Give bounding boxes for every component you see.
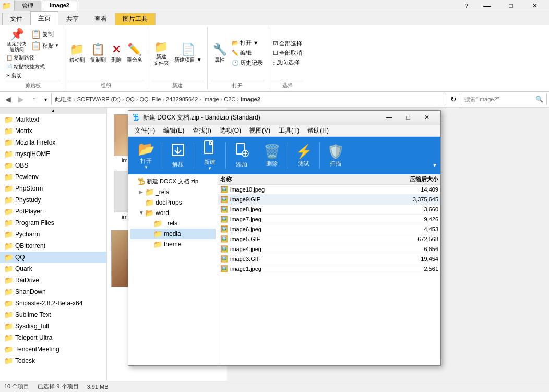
paste-shortcut-button[interactable]: 📄 粘贴快捷方式 <box>5 63 61 71</box>
tab-file[interactable]: 文件 <box>2 13 30 25</box>
bz-file-row-3[interactable]: 🖼️image7.jpeg 9,426 <box>218 215 440 224</box>
move-to-button[interactable]: 📁 移动到 <box>67 42 87 65</box>
bz-tree-root[interactable]: 🗜 新建 DOCX 文档.zip <box>130 176 216 187</box>
search-box[interactable]: 🔍 <box>461 93 547 105</box>
sidebar-item-potplayer[interactable]: 📁 PotPlayer <box>0 206 106 217</box>
bz-tree-rels[interactable]: ▶ 📁 _rels <box>130 187 216 197</box>
sidebar-item-program-files[interactable]: 📁 Program Files <box>0 217 106 229</box>
sidebar-item-qbittorrent[interactable]: 📁 QBittorrent <box>0 240 106 252</box>
select-none-button[interactable]: ☐ 全部取消 <box>271 49 304 57</box>
bz-scan-button[interactable]: 🛡️ 扫描 <box>321 141 350 170</box>
sidebar-item-mozilla-firefox[interactable]: 📁 Mozilla Firefox <box>0 137 106 148</box>
bz-test-button[interactable]: ⚡ 测试 <box>289 141 318 170</box>
tab-home[interactable]: 主页 <box>30 11 58 25</box>
sidebar-item-obs[interactable]: 📁 OBS <box>0 160 106 171</box>
sidebar-item-quark[interactable]: 📁 Quark <box>0 263 106 275</box>
copy-button[interactable]: 📋 复制 <box>29 29 61 40</box>
bz-file-row-7[interactable]: 🖼️image3.GIF 19,454 <box>218 254 440 264</box>
sidebar-item-teleport[interactable]: 📁 Teleport Ultra <box>0 332 106 343</box>
sidebar-item-motrix[interactable]: 📁 Motrix <box>0 125 106 137</box>
sidebar-item-sysdiag[interactable]: 📁 Sysdiag_full <box>0 320 106 332</box>
history-button[interactable]: 🕐 历史记录 <box>230 58 265 67</box>
bz-file-row-5[interactable]: 🖼️image5.GIF 672,568 <box>218 234 440 244</box>
bz-tree-docprops[interactable]: 📁 docProps <box>130 197 216 208</box>
tab-share[interactable]: 共享 <box>58 13 87 25</box>
back-button[interactable]: ◀ <box>2 93 14 105</box>
bz-menu-file[interactable]: 文件(F) <box>130 125 159 136</box>
title-tab-image2[interactable]: Image2 <box>42 1 77 11</box>
sidebar-item-phpstorm[interactable]: 📁 PhpStorm <box>0 183 106 194</box>
invert-select-button[interactable]: ↕ 反向选择 <box>271 58 304 67</box>
tab-image-tools[interactable]: 图片工具 <box>115 13 156 25</box>
sidebar-item-pcwlenv[interactable]: 📁 Pcwlenv <box>0 171 106 183</box>
bandizip-close-button[interactable]: ✕ <box>417 112 436 123</box>
bz-new-button[interactable]: 新建 ▼ <box>195 138 224 173</box>
sidebar-item-shandown[interactable]: 📁 ShanDown <box>0 286 106 298</box>
bz-menu-edit[interactable]: 编辑(E) <box>159 125 188 136</box>
edit-button[interactable]: ✏️ 编辑 <box>230 49 265 57</box>
bz-toolbar-sep-0 <box>162 142 162 169</box>
sidebar-item-sublime-text[interactable]: 📁 Sublime Text <box>0 309 106 320</box>
properties-button[interactable]: 🔧 属性 <box>211 42 229 65</box>
bz-tree-theme[interactable]: 📁 theme <box>130 239 216 250</box>
copy-to-button[interactable]: 📋 复制到 <box>88 42 108 65</box>
recent-locations-button[interactable]: ▾ <box>41 93 50 105</box>
bz-toolbar-sep-3 <box>288 142 288 169</box>
delete-button[interactable]: ✕ 删除 <box>109 42 124 65</box>
close-button[interactable]: ✕ <box>523 0 547 11</box>
bz-file-row-6[interactable]: 🖼️image4.jpeg 6,656 <box>218 244 440 254</box>
forward-button[interactable]: ▶ <box>15 93 27 105</box>
select-all-button[interactable]: ☑ 全部选择 <box>271 39 304 48</box>
bz-file-row-8[interactable]: 🖼️image1.jpeg 2,561 <box>218 264 440 274</box>
sidebar-item-mysqlhome[interactable]: 📁 mysqlHOME <box>0 148 106 160</box>
help-icon[interactable]: ? <box>458 0 475 11</box>
bz-tree-word[interactable]: ▼ 📂 word <box>130 208 216 218</box>
bz-file-row-2[interactable]: 🖼️image8.jpeg 3,660 <box>218 205 440 215</box>
bz-menu-find[interactable]: 查找(I) <box>188 125 215 136</box>
bz-expand-toggle[interactable]: ▼ <box>432 162 437 168</box>
minimize-button[interactable]: — <box>475 0 499 11</box>
bz-file-row-0[interactable]: 🖼️image10.jpeg 14,409 <box>218 185 440 195</box>
sidebar-item-snipaste[interactable]: 📁 Snipaste-2.8.2-Beta-x64 <box>0 298 106 309</box>
bandizip-minimize-button[interactable]: — <box>380 112 399 123</box>
bz-menu-help[interactable]: 帮助(H) <box>303 125 333 136</box>
sidebar-item-tencentmeeting[interactable]: 📁 TencentMeeting <box>0 343 106 355</box>
bz-delete-button[interactable]: 🗑️ 删除 <box>257 141 287 170</box>
new-folder-button[interactable]: 📁 新建文件夹 <box>151 39 171 67</box>
app-icon: 📁 <box>2 2 11 10</box>
sidebar-item-qq[interactable]: 📁 QQ <box>0 252 106 263</box>
bz-add-button[interactable]: 添加 <box>227 140 256 171</box>
bz-tree-word-rels[interactable]: 📁 _rels <box>130 218 216 229</box>
new-item-button[interactable]: 📄 新建项目 ▼ <box>172 42 204 65</box>
rename-button[interactable]: ✏️ 重命名 <box>125 42 145 65</box>
sidebar-item-todesk[interactable]: 📁 Todesk <box>0 355 106 366</box>
bz-extract-button[interactable]: 解压 <box>163 140 193 171</box>
sidebar-item-raidrive[interactable]: 📁 RaiDrive <box>0 275 106 286</box>
open-button[interactable]: 📂 打开 ▼ <box>230 39 265 47</box>
bz-menu-options[interactable]: 选项(O) <box>216 125 245 136</box>
tab-view[interactable]: 查看 <box>87 13 115 25</box>
cut-button[interactable]: ✂ 剪切 <box>5 72 61 80</box>
bz-menu-view[interactable]: 视图(V) <box>245 125 274 136</box>
bz-file-row-4[interactable]: 🖼️image6.jpeg 4,453 <box>218 224 440 234</box>
bz-file-row-1[interactable]: 🖼️image9.GIF 3,375,645 <box>218 195 440 205</box>
bz-menu-tools[interactable]: 工具(T) <box>274 125 303 136</box>
copy-path-button[interactable]: 📋 复制路径 <box>5 54 61 62</box>
sidebar-item-phystudy[interactable]: 📁 Phystudy <box>0 194 106 206</box>
sidebar-item-marktext[interactable]: 📁 Marktext <box>0 114 106 125</box>
bandizip-maximize-button[interactable]: □ <box>399 112 417 123</box>
title-tab-manage[interactable]: 管理 <box>14 1 41 11</box>
bz-tree-media[interactable]: 📁 media <box>130 229 216 239</box>
bz-open-button[interactable]: 📂 打开 ▼ <box>132 139 161 172</box>
refresh-button[interactable]: ↻ <box>448 93 459 105</box>
bz-file-icon-8: 🖼️ <box>220 265 228 272</box>
up-button[interactable]: ↑ <box>28 93 40 105</box>
pin-button[interactable]: 📌 固定到快速访问 <box>5 27 28 54</box>
sidebar-scroll-up[interactable]: ▲ <box>0 108 106 114</box>
bandizip-title-bar[interactable]: 🗜 新建 DOCX 文档.zip - Bandizip (Standard) —… <box>128 111 440 125</box>
paste-button[interactable]: 📋 粘贴▼ <box>29 40 61 51</box>
address-bar[interactable]: 此电脑 › SOFTWARE (D:) › QQ › QQ_File › 243… <box>51 93 446 105</box>
maximize-button[interactable]: □ <box>499 0 523 11</box>
sidebar-item-pycharm[interactable]: 📁 Pycharm <box>0 229 106 240</box>
search-input[interactable] <box>464 96 535 102</box>
